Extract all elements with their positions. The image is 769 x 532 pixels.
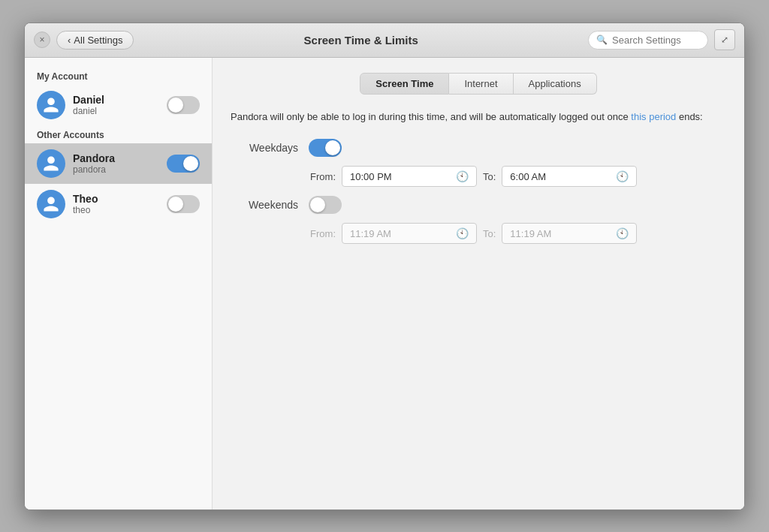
avatar-theo	[37, 190, 65, 218]
titlebar: × ‹ All Settings Screen Time & Limits 🔍 …	[25, 23, 744, 58]
weekends-label: Weekends	[231, 199, 298, 211]
sidebar-item-theo[interactable]: Theo theo	[25, 184, 212, 224]
toggle-thumb-theo	[168, 197, 183, 212]
weekdays-to-value: 6:00 AM	[510, 171, 546, 182]
content-area: Screen Time Internet Applications Pandor…	[213, 58, 744, 509]
clock-icon-weekends-from: 🕙	[456, 227, 469, 239]
weekends-fromto-row: From: 11:19 AM 🕙 To: 11:19 AM 🕙	[231, 223, 726, 244]
person-icon-theo	[42, 195, 60, 213]
account-name-theo: Theo	[73, 193, 167, 205]
toggle-thumb-daniel	[168, 98, 183, 113]
toggle-track-daniel[interactable]	[167, 96, 200, 114]
weekends-to-input[interactable]: 11:19 AM 🕙	[502, 223, 637, 244]
tab-internet[interactable]: Internet	[449, 73, 513, 95]
weekdays-from-label: From:	[309, 171, 336, 182]
account-name-pandora: Pandora	[73, 152, 167, 164]
main-window: × ‹ All Settings Screen Time & Limits 🔍 …	[24, 23, 745, 510]
clock-icon-weekends-to: 🕙	[616, 227, 629, 239]
account-username-daniel: daniel	[73, 106, 167, 116]
account-info-pandora: Pandora pandora	[73, 152, 167, 175]
weekends-row: Weekends	[231, 196, 726, 214]
info-text: Pandora will only be able to log in duri…	[231, 110, 726, 125]
sidebar-item-pandora[interactable]: Pandora pandora	[25, 143, 212, 184]
main-content: My Account Daniel daniel Other Accounts	[25, 58, 744, 509]
tabs: Screen Time Internet Applications	[231, 73, 726, 95]
weekdays-label: Weekdays	[231, 142, 298, 154]
weekends-from-input[interactable]: 11:19 AM 🕙	[342, 223, 477, 244]
weekdays-to-input[interactable]: 6:00 AM 🕙	[502, 166, 637, 187]
toggle-daniel[interactable]	[167, 96, 200, 114]
info-text-after: ends:	[676, 111, 702, 122]
window-title: Screen Time & Limits	[134, 34, 588, 47]
close-button[interactable]: ×	[34, 32, 50, 48]
toggle-weekends[interactable]	[309, 196, 342, 214]
sidebar: My Account Daniel daniel Other Accounts	[25, 58, 213, 509]
toggle-theo[interactable]	[167, 195, 200, 213]
weekends-to-value: 11:19 AM	[510, 228, 551, 239]
search-box[interactable]: 🔍	[588, 31, 708, 50]
toggle-weekdays[interactable]	[309, 139, 342, 157]
toggle-pandora[interactable]	[167, 155, 200, 173]
tab-applications[interactable]: Applications	[514, 73, 597, 95]
expand-button[interactable]: ⤢	[714, 29, 735, 50]
other-accounts-label: Other Accounts	[25, 125, 212, 143]
clock-icon-weekdays-to: 🕙	[616, 170, 629, 182]
weekdays-from-input[interactable]: 10:00 PM 🕙	[342, 166, 477, 187]
account-info-daniel: Daniel daniel	[73, 94, 167, 116]
toggle-track-weekends[interactable]	[309, 196, 342, 214]
back-button[interactable]: ‹ All Settings	[56, 31, 134, 50]
weekends-from-label: From:	[309, 228, 336, 239]
person-icon	[42, 96, 60, 114]
account-username-pandora: pandora	[73, 164, 167, 175]
chevron-left-icon: ‹	[68, 35, 71, 46]
info-text-before: Pandora will only be able to log in duri…	[231, 111, 631, 122]
search-icon: 🔍	[596, 35, 608, 45]
my-account-label: My Account	[25, 67, 212, 85]
toggle-track-theo[interactable]	[167, 195, 200, 213]
person-icon-pandora	[42, 155, 60, 173]
account-info-theo: Theo theo	[73, 193, 167, 215]
account-name-daniel: Daniel	[73, 94, 167, 106]
toggle-track-weekdays[interactable]	[309, 139, 342, 157]
expand-icon: ⤢	[721, 35, 728, 45]
tab-screen-time[interactable]: Screen Time	[360, 73, 449, 95]
info-text-highlight: this period	[631, 111, 676, 122]
account-username-theo: theo	[73, 205, 167, 215]
toggle-thumb-weekends	[310, 197, 325, 212]
search-input[interactable]	[612, 35, 700, 46]
toggle-track-pandora[interactable]	[167, 155, 200, 173]
clock-icon-weekdays-from: 🕙	[456, 170, 469, 182]
weekends-to-label: To:	[483, 228, 496, 239]
toggle-thumb-weekdays	[325, 140, 340, 155]
avatar-pandora	[37, 149, 65, 178]
weekends-from-value: 11:19 AM	[350, 228, 391, 239]
sidebar-item-daniel[interactable]: Daniel daniel	[25, 85, 212, 125]
weekdays-to-label: To:	[483, 171, 496, 182]
avatar-daniel	[37, 91, 65, 119]
weekdays-row: Weekdays	[231, 139, 726, 157]
toggle-thumb-pandora	[183, 156, 198, 171]
weekdays-fromto-row: From: 10:00 PM 🕙 To: 6:00 AM 🕙	[231, 166, 726, 187]
weekdays-from-value: 10:00 PM	[350, 171, 392, 182]
